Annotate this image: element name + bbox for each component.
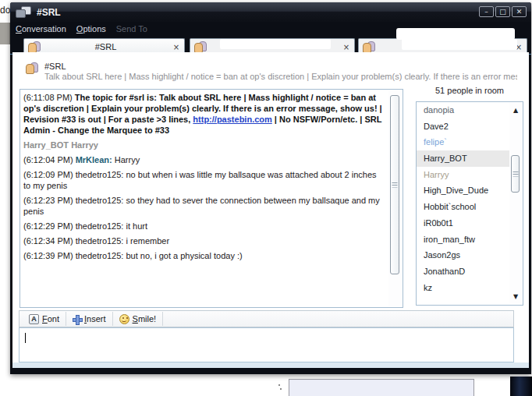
tab-close-icon[interactable]: × bbox=[341, 43, 352, 51]
chat-bubbles-icon bbox=[16, 6, 30, 18]
scrollbar-thumb[interactable] bbox=[511, 155, 520, 193]
user-row[interactable]: Harry_BOT bbox=[417, 150, 510, 167]
message-text: thedetro125: no but when i was little my… bbox=[23, 170, 377, 190]
censor-patch bbox=[396, 28, 515, 40]
user-row[interactable]: JonathanD bbox=[417, 263, 510, 280]
menu-conversation[interactable]: Conversation bbox=[16, 24, 66, 34]
user-row[interactable]: Jason2gs bbox=[417, 247, 510, 263]
message-text: Harryy bbox=[112, 155, 140, 164]
background-window-fragment bbox=[0, 23, 10, 44]
user-row[interactable]: felipe` bbox=[417, 134, 510, 150]
resize-grip-fragment bbox=[278, 384, 282, 391]
tab-close-icon[interactable]: × bbox=[171, 43, 182, 51]
menu-options[interactable]: Options bbox=[76, 24, 106, 34]
people-count-label: 51 people in room bbox=[416, 86, 523, 95]
user-row[interactable]: Harryy bbox=[417, 167, 510, 183]
chat-message: (6:11:08 PM) The topic for #srl is: Talk… bbox=[23, 92, 385, 136]
conversation-pane: #SRL Talk about SRL here | Mass highligh… bbox=[12, 52, 529, 362]
title-bar[interactable]: #SRL –□✕ bbox=[10, 2, 531, 22]
screen: dot #SRL –□✕ ConversationOptionsSend To … bbox=[0, 0, 532, 396]
close-button[interactable]: ✕ bbox=[512, 6, 527, 17]
window-title: #SRL bbox=[37, 7, 61, 18]
people-icon bbox=[194, 41, 207, 52]
timestamp: (6:12:34 PM) bbox=[23, 236, 76, 246]
message-text: Harry_BOT Harryy bbox=[23, 140, 98, 150]
chat-window: #SRL –□✕ ConversationOptionsSend To #SRL… bbox=[10, 2, 531, 374]
user-list-scrollbar[interactable]: ▲ ▼ bbox=[509, 103, 522, 304]
minimize-button[interactable]: – bbox=[479, 6, 494, 17]
censor-patch bbox=[402, 39, 517, 50]
window-controls: –□✕ bbox=[479, 6, 527, 17]
channel-icon bbox=[26, 62, 43, 77]
button-label: Font bbox=[42, 314, 59, 324]
formatting-toolbar: AFontInsertSmile! bbox=[19, 310, 514, 327]
button-label: Insert bbox=[84, 314, 106, 324]
user-row[interactable]: iron_man_ftw bbox=[417, 232, 510, 248]
censor-patch bbox=[220, 39, 331, 49]
channel-topic: Talk about SRL here | Mass highlight / n… bbox=[44, 72, 517, 81]
chat-message: (6:12:34 PM) thedetro125: i remember bbox=[23, 235, 385, 246]
background-panel-fragment bbox=[289, 379, 474, 396]
insert-button[interactable]: Insert bbox=[66, 312, 113, 326]
timestamp: (6:12:39 PM) bbox=[23, 251, 76, 260]
tab-label: #SRL bbox=[41, 42, 171, 51]
smiley-icon bbox=[119, 314, 129, 324]
people-icon bbox=[363, 41, 375, 52]
timestamp: (6:11:08 PM) bbox=[23, 93, 75, 102]
timestamp: (6:12:23 PM) bbox=[23, 196, 76, 205]
scrollbar-grip bbox=[512, 171, 518, 177]
font-button[interactable]: AFont bbox=[23, 312, 66, 326]
smile-button[interactable]: Smile! bbox=[113, 312, 164, 326]
user-row[interactable]: iR0b0t1 bbox=[417, 215, 510, 232]
message-text: thedetro125: i remember bbox=[76, 236, 169, 246]
menu-send-to: Send To bbox=[116, 24, 147, 34]
timestamp: (6:12:29 PM) bbox=[23, 221, 76, 231]
user-row[interactable]: Hobbit`school bbox=[417, 199, 510, 215]
chat-message: (6:12:23 PM) thedetro125: so they had to… bbox=[23, 195, 385, 217]
pastebin-link[interactable]: http://pastebin.com bbox=[193, 115, 271, 124]
message-scrollbar[interactable] bbox=[388, 90, 402, 306]
message-input[interactable] bbox=[19, 327, 514, 362]
button-label: Smile! bbox=[133, 314, 157, 324]
user-row[interactable]: High_Dive_Dude bbox=[417, 182, 510, 199]
message-text: thedetro125: it hurt bbox=[76, 221, 147, 231]
channel-name: #SRL bbox=[44, 62, 66, 71]
people-icon bbox=[28, 41, 41, 52]
maximize-button[interactable]: □ bbox=[495, 6, 510, 17]
message-text: thedetro125: so they had to sever the co… bbox=[23, 196, 380, 216]
scroll-down-arrow[interactable]: ▼ bbox=[509, 293, 522, 300]
user-row[interactable]: Dave2 bbox=[417, 118, 510, 135]
user-list: danopiaDave2felipe`Harry_BOTHarryyHigh_D… bbox=[416, 101, 523, 306]
font-icon: A bbox=[29, 314, 39, 324]
scroll-up-arrow[interactable]: ▲ bbox=[509, 107, 522, 114]
user-row[interactable]: danopia bbox=[417, 102, 510, 118]
text-caret bbox=[25, 333, 26, 343]
scrollbar-thumb[interactable] bbox=[390, 95, 399, 274]
chat-message: Harry_BOT Harryy bbox=[23, 140, 385, 150]
chat-message: (6:12:29 PM) thedetro125: it hurt bbox=[23, 221, 385, 232]
message-text: thedetro125: but no, i got a physical to… bbox=[76, 251, 243, 260]
message-text: MrKlean: bbox=[76, 155, 112, 164]
window-inner-strip bbox=[12, 362, 529, 368]
timestamp: (6:12:09 PM) bbox=[23, 170, 76, 179]
background-dark-fragment bbox=[509, 377, 532, 396]
insert-icon bbox=[73, 315, 81, 324]
user-rows: danopiaDave2felipe`Harry_BOTHarryyHigh_D… bbox=[417, 102, 523, 295]
message-list: (6:11:08 PM) The topic for #srl is: Talk… bbox=[23, 92, 385, 306]
chat-message: (6:12:09 PM) thedetro125: no but when i … bbox=[23, 169, 385, 191]
chat-message: (6:12:04 PM) MrKlean: Harryy bbox=[23, 154, 385, 165]
chat-message: (6:12:39 PM) thedetro125: but no, i got … bbox=[23, 250, 385, 261]
scrollbar-grip bbox=[392, 182, 398, 188]
timestamp: (6:12:04 PM) bbox=[23, 155, 76, 164]
message-area: (6:11:08 PM) The topic for #srl is: Talk… bbox=[20, 89, 403, 308]
user-row[interactable]: kz bbox=[417, 280, 510, 296]
